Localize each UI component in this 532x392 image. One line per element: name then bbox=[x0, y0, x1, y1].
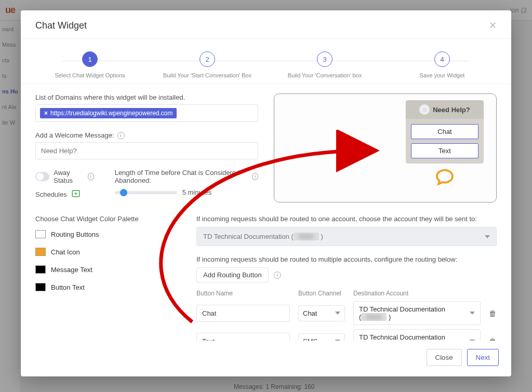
routing-account-select[interactable]: TD Technical Documentation (0000 ) bbox=[353, 329, 481, 341]
redacted: 0000 bbox=[294, 233, 319, 240]
route-single-label: If incoming requests should be routed to… bbox=[196, 215, 497, 223]
palette-chat-icon[interactable]: Chat Icon bbox=[35, 248, 181, 256]
routing-channel-select[interactable]: Chat bbox=[298, 305, 345, 321]
chevron-down-icon bbox=[470, 312, 475, 315]
welcome-message-input[interactable] bbox=[35, 142, 258, 159]
palette-label: Routing Buttons bbox=[51, 231, 99, 238]
palette-button-text[interactable]: Button Text bbox=[35, 283, 181, 291]
routing-channel-select[interactable]: SMS bbox=[298, 333, 345, 341]
welcome-label: Add a Welcome Message: bbox=[35, 131, 114, 139]
routing-name-input[interactable] bbox=[196, 333, 290, 341]
routing-channel-value: Chat bbox=[303, 309, 317, 317]
chat-widget-modal: Chat Widget ✕ 1 Select Chat Widget Optio… bbox=[21, 10, 511, 376]
route-multi-label: If incoming requests should be routed to… bbox=[196, 255, 497, 263]
chevron-down-icon bbox=[485, 235, 490, 238]
step-circle: 2 bbox=[200, 51, 215, 67]
swatch-icon bbox=[35, 283, 46, 291]
abandon-length-label: Length of Time before Chat is Considered… bbox=[115, 169, 249, 184]
preview-chat-button: Chat bbox=[411, 124, 478, 139]
wizard-stepper: 1 Select Chat Widget Options 2 Build You… bbox=[21, 38, 511, 84]
preview-text-button: Text bbox=[411, 143, 478, 158]
calendar-icon[interactable] bbox=[71, 188, 81, 200]
chat-bubble-icon bbox=[406, 168, 484, 191]
modal-title: Chat Widget bbox=[35, 20, 87, 31]
close-button[interactable]: Close bbox=[427, 349, 462, 366]
step-label: Select Chat Widget Options bbox=[31, 72, 149, 78]
chevron-down-icon bbox=[335, 312, 340, 315]
step-2[interactable]: 2 Build Your 'Start Conversation' Box bbox=[149, 51, 266, 78]
remove-chip-icon[interactable]: × bbox=[44, 110, 48, 117]
palette-label: Chat Icon bbox=[51, 248, 80, 256]
routing-account-select[interactable]: TD Technical Documentation (0000 ) bbox=[353, 301, 481, 325]
info-icon[interactable]: i bbox=[88, 173, 94, 180]
domains-label: List of Domains where this widget will b… bbox=[35, 93, 258, 101]
close-icon[interactable]: ✕ bbox=[489, 20, 497, 31]
palette-routing-buttons[interactable]: Routing Buttons bbox=[35, 230, 181, 238]
info-icon[interactable]: i bbox=[252, 173, 258, 180]
info-icon[interactable]: i bbox=[274, 272, 281, 279]
routing-row: SMS TD Technical Documentation (0000 ) 🗑 bbox=[196, 329, 497, 341]
trash-icon[interactable]: 🗑 bbox=[489, 309, 497, 318]
step-circle: 1 bbox=[82, 51, 98, 67]
col-destination-account: Destination Account bbox=[353, 290, 479, 297]
swatch-icon bbox=[35, 230, 46, 238]
add-routing-button[interactable]: Add Routing Button bbox=[196, 267, 269, 282]
step-label: Build Your 'Start Conversation' Box bbox=[149, 72, 266, 78]
step-label: Build Your 'Conversation' box bbox=[266, 72, 383, 78]
away-status-toggle[interactable] bbox=[35, 172, 49, 181]
abandon-length-value: 5 minutes bbox=[182, 188, 211, 196]
step-circle: 3 bbox=[317, 51, 332, 67]
step-1[interactable]: 1 Select Chat Widget Options bbox=[31, 51, 149, 78]
preview-header-text: Need Help? bbox=[433, 106, 470, 114]
swatch-icon bbox=[35, 248, 46, 256]
palette-label: Button Text bbox=[51, 283, 85, 291]
schedules-label: Schedules bbox=[35, 191, 67, 198]
routing-row: Chat TD Technical Documentation (0000 ) … bbox=[196, 301, 497, 325]
abandon-length-slider[interactable] bbox=[115, 191, 177, 194]
palette-message-text[interactable]: Message Text bbox=[35, 265, 181, 274]
trash-icon[interactable]: 🗑 bbox=[489, 337, 497, 341]
step-3[interactable]: 3 Build Your 'Conversation' box bbox=[266, 51, 383, 78]
widget-preview-panel: ☺ Need Help? Chat Text bbox=[274, 93, 497, 202]
step-4[interactable]: 4 Save your Widget bbox=[383, 51, 501, 78]
col-button-name: Button Name bbox=[196, 290, 290, 297]
avatar-icon: ☺ bbox=[419, 104, 430, 115]
preview-header: ☺ Need Help? bbox=[406, 100, 484, 119]
palette-label: Message Text bbox=[51, 266, 92, 274]
redacted: 0000 bbox=[361, 313, 387, 321]
step-label: Save your Widget bbox=[383, 72, 501, 78]
selected-account-text: TD Technical Documentation ( bbox=[203, 233, 294, 240]
next-button[interactable]: Next bbox=[467, 349, 499, 366]
col-button-channel: Button Channel bbox=[298, 290, 345, 297]
away-status-label: Away Status bbox=[54, 169, 84, 184]
swatch-icon bbox=[35, 265, 46, 274]
domains-input[interactable]: × https://truedialogwiki.wpenginepowered… bbox=[35, 104, 258, 122]
domain-chip-text: https://truedialogwiki.wpenginepowered.c… bbox=[50, 110, 172, 117]
single-account-select[interactable]: TD Technical Documentation (0000 ) bbox=[196, 227, 497, 246]
domain-chip[interactable]: × https://truedialogwiki.wpenginepowered… bbox=[40, 108, 177, 118]
routing-name-input[interactable] bbox=[196, 305, 290, 322]
step-circle: 4 bbox=[434, 51, 450, 67]
info-icon[interactable]: i bbox=[117, 132, 125, 139]
palette-title: Choose Chat Widget Color Palette bbox=[35, 215, 181, 223]
routing-account-text: TD Technical Documentation ( bbox=[359, 333, 445, 341]
